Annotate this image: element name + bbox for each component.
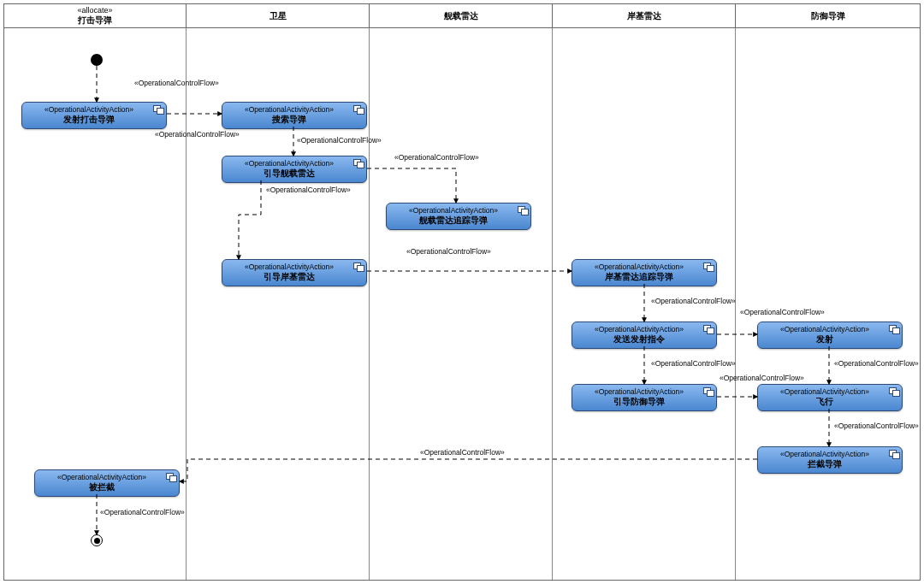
action-stereo: «OperationalActivityAction»	[27, 105, 151, 114]
action-stereo: «OperationalActivityAction»	[763, 387, 886, 396]
action-search-missile[interactable]: «OperationalActivityAction» 搜索导弹	[222, 102, 367, 129]
flow-label: «OperationalControlFlow»	[394, 153, 479, 162]
action-label: 发射打击导弹	[27, 114, 151, 126]
action-icon	[518, 206, 528, 215]
lane-body-ship-radar	[370, 28, 553, 580]
action-stereo: «OperationalActivityAction»	[40, 473, 163, 481]
action-shore-radar-track[interactable]: «OperationalActivityAction» 岸基雷达追踪导弹	[572, 259, 717, 286]
action-label: 发送发射指令	[578, 333, 701, 345]
action-icon	[353, 263, 364, 271]
action-stereo: «OperationalActivityAction»	[228, 263, 351, 271]
action-label: 引导防御导弹	[578, 396, 701, 408]
action-label: 飞行	[763, 396, 886, 408]
action-launch[interactable]: «OperationalActivityAction» 发射	[757, 321, 903, 349]
action-stereo: «OperationalActivityAction»	[763, 325, 886, 333]
action-stereo: «OperationalActivityAction»	[578, 325, 701, 333]
lane-title: 防御导弹	[811, 10, 845, 22]
action-label: 岸基雷达追踪导弹	[578, 271, 701, 283]
action-intercepted[interactable]: «OperationalActivityAction» 被拦截	[34, 469, 180, 497]
flow-label: «OperationalControlFlow»	[266, 186, 351, 194]
action-label: 拦截导弹	[763, 458, 886, 470]
lane-body-defense-missile	[736, 28, 920, 580]
action-icon	[889, 325, 899, 333]
action-icon	[353, 105, 364, 114]
flow-label: «OperationalControlFlow»	[155, 130, 240, 139]
flow-label: «OperationalControlFlow»	[740, 308, 825, 316]
flow-label: «OperationalControlFlow»	[406, 247, 491, 256]
action-stereo: «OperationalActivityAction»	[392, 206, 515, 215]
action-guide-shore-radar[interactable]: «OperationalActivityAction» 引导岸基雷达	[222, 259, 367, 286]
action-label: 引导舰载雷达	[228, 168, 351, 180]
lane-title: 卫星	[270, 10, 287, 22]
flow-label: «OperationalControlFlow»	[651, 359, 736, 368]
lane-header-strike-missile: «allocate» 打击导弹	[4, 4, 187, 28]
lane-stereo: «allocate»	[77, 6, 112, 15]
flow-label: «OperationalControlFlow»	[297, 136, 382, 145]
action-icon	[703, 325, 714, 333]
diagram-canvas: «allocate» 打击导弹 卫星 舰载雷达 岸基雷达 防御导弹 «Opera…	[3, 3, 921, 581]
action-icon	[703, 387, 714, 396]
flow-label: «OperationalControlFlow»	[834, 422, 919, 430]
flow-label: «OperationalControlFlow»	[651, 297, 736, 305]
action-stereo: «OperationalActivityAction»	[228, 159, 351, 168]
action-label: 舰载雷达追踪导弹	[392, 215, 515, 227]
initial-node[interactable]	[91, 54, 103, 66]
action-stereo: «OperationalActivityAction»	[228, 105, 351, 114]
lane-header-defense-missile: 防御导弹	[736, 4, 920, 28]
lane-header-ship-radar: 舰载雷达	[370, 4, 553, 28]
action-stereo: «OperationalActivityAction»	[578, 387, 701, 396]
action-icon	[153, 105, 163, 114]
flow-label: «OperationalControlFlow»	[720, 374, 804, 382]
action-icon	[166, 473, 176, 481]
action-label: 发射	[763, 333, 886, 345]
action-icon	[889, 387, 899, 396]
lane-header-satellite: 卫星	[187, 4, 370, 28]
action-launch-strike-missile[interactable]: «OperationalActivityAction» 发射打击导弹	[21, 102, 167, 129]
final-node[interactable]	[91, 534, 103, 546]
lane-title: 舰载雷达	[444, 10, 478, 22]
action-guide-ship-radar[interactable]: «OperationalActivityAction» 引导舰载雷达	[222, 156, 367, 183]
lane-header-shore-radar: 岸基雷达	[553, 4, 736, 28]
action-fly[interactable]: «OperationalActivityAction» 飞行	[757, 384, 903, 411]
action-send-launch-cmd[interactable]: «OperationalActivityAction» 发送发射指令	[572, 321, 717, 349]
action-stereo: «OperationalActivityAction»	[578, 263, 701, 271]
action-icon	[703, 263, 714, 271]
action-intercept[interactable]: «OperationalActivityAction» 拦截导弹	[757, 446, 903, 474]
action-guide-defense-missile[interactable]: «OperationalActivityAction» 引导防御导弹	[572, 384, 717, 411]
lane-title: 打击导弹	[78, 15, 112, 27]
flow-label: «OperationalControlFlow»	[134, 79, 219, 87]
action-icon	[353, 159, 364, 168]
action-label: 搜索导弹	[228, 114, 351, 126]
action-stereo: «OperationalActivityAction»	[763, 450, 886, 458]
action-label: 被拦截	[40, 481, 163, 493]
action-label: 引导岸基雷达	[228, 271, 351, 283]
flow-label: «OperationalControlFlow»	[420, 448, 505, 457]
action-ship-radar-track[interactable]: «OperationalActivityAction» 舰载雷达追踪导弹	[386, 203, 531, 230]
lane-title: 岸基雷达	[627, 10, 661, 22]
flow-label: «OperationalControlFlow»	[100, 508, 185, 516]
flow-label: «OperationalControlFlow»	[834, 359, 919, 368]
action-icon	[889, 450, 899, 458]
